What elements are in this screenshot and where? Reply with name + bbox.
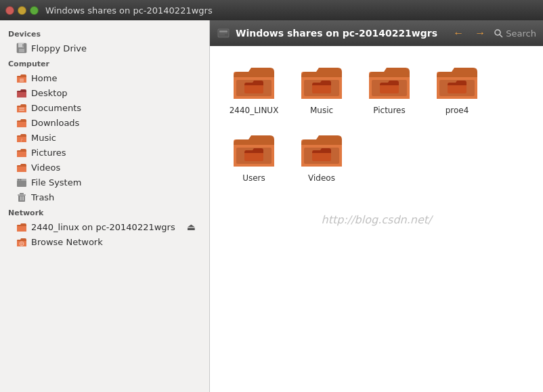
sidebar-item-filesystem-label: File System: [31, 177, 81, 188]
sidebar-item-music-label: Music: [31, 133, 56, 143]
sidebar-item-floppy-label: Floppy Drive: [31, 43, 87, 53]
svg-rect-12: [19, 110, 24, 111]
svg-text:♪: ♪: [20, 137, 23, 142]
svg-rect-19: [17, 152, 26, 157]
sidebar-item-downloads-label: Downloads: [31, 118, 79, 128]
svg-rect-42: [219, 35, 225, 35]
sidebar-item-desktop-label: Desktop: [31, 88, 68, 98]
folder-users-label: Users: [242, 173, 265, 183]
sidebar-item-documents[interactable]: Documents: [0, 100, 209, 115]
sidebar-item-music[interactable]: ♪ Music: [0, 130, 209, 145]
svg-rect-6: [20, 79, 24, 82]
folder-proe4[interactable]: proe4: [427, 60, 487, 121]
folder-pictures[interactable]: Pictures: [359, 60, 420, 121]
folder-proe4-icon: [437, 65, 477, 102]
svg-rect-21: [17, 167, 26, 172]
videos-folder-icon: [16, 162, 27, 173]
titlebar: Windows shares on pc-20140221wgrs: [0, 0, 543, 20]
svg-rect-40: [219, 30, 227, 32]
svg-rect-28: [20, 193, 24, 194]
svg-rect-14: [17, 122, 26, 127]
trash-icon: [16, 192, 27, 202]
svg-rect-2: [19, 49, 24, 52]
sidebar-item-videos-label: Videos: [31, 162, 60, 173]
floppy-icon: [16, 43, 27, 53]
svg-line-44: [500, 35, 502, 37]
maximize-button[interactable]: [30, 6, 39, 15]
svg-rect-33: [17, 226, 26, 232]
forward-button[interactable]: →: [472, 26, 488, 41]
sidebar-section-devices: Devices: [0, 26, 209, 41]
documents-folder-icon: [16, 102, 27, 113]
sidebar-item-trash-label: Trash: [31, 192, 54, 202]
sidebar-item-desktop[interactable]: Desktop: [0, 85, 209, 100]
svg-rect-11: [19, 108, 24, 109]
sidebar-item-filesystem[interactable]: File System: [0, 175, 209, 190]
close-button[interactable]: [5, 6, 14, 15]
music-folder-icon: ♪: [16, 132, 27, 143]
browse-network-icon: [16, 236, 27, 247]
minimize-button[interactable]: [18, 6, 26, 15]
folder-2440-linux-label: 2440_LINUX: [230, 106, 279, 115]
main-container: Devices Floppy Drive Computer Home: [0, 20, 543, 392]
folder-2440-linux[interactable]: 2440_LINUX: [223, 60, 284, 121]
svg-rect-27: [18, 194, 26, 196]
sidebar-item-network-share[interactable]: 2440_linux on pc-20140221wgrs ⏏: [0, 219, 209, 234]
toolbar-title: Windows shares on pc-20140221wgrs: [236, 28, 445, 39]
folder-videos[interactable]: Videos: [291, 127, 352, 188]
sidebar-item-trash[interactable]: Trash: [0, 190, 209, 204]
search-icon: [494, 28, 503, 38]
svg-rect-8: [17, 92, 26, 97]
sidebar-item-network-share-label: 2440_linux on pc-20140221wgrs: [31, 222, 175, 232]
svg-point-25: [20, 179, 22, 181]
svg-rect-29: [20, 196, 21, 200]
content-grid: http://blog.csdn.net/ 2440_LINUX: [210, 46, 543, 392]
eject-icon[interactable]: ⏏: [187, 221, 201, 232]
sidebar: Devices Floppy Drive Computer Home: [0, 20, 210, 392]
folder-music-icon: [301, 65, 342, 102]
back-button[interactable]: ←: [450, 26, 466, 41]
titlebar-buttons: [5, 6, 39, 15]
svg-point-24: [18, 179, 20, 181]
toolbar: Windows shares on pc-20140221wgrs ← → Se…: [210, 20, 543, 46]
toolbar-network-icon: [217, 26, 230, 40]
filesystem-icon: [16, 177, 27, 188]
svg-rect-3: [22, 44, 24, 47]
folder-videos-icon: [301, 133, 342, 169]
watermark: http://blog.csdn.net/: [322, 213, 432, 225]
sidebar-item-home-label: Home: [31, 73, 57, 83]
desktop-folder-icon: [16, 87, 27, 98]
svg-rect-41: [219, 33, 227, 34]
folder-2440-linux-icon: [234, 65, 274, 102]
sidebar-item-documents-label: Documents: [31, 103, 81, 113]
folder-videos-label: Videos: [308, 173, 335, 183]
sidebar-item-downloads[interactable]: Downloads: [0, 115, 209, 130]
sidebar-section-network: Network: [0, 204, 209, 219]
folder-proe4-label: proe4: [446, 106, 469, 115]
sidebar-item-home[interactable]: Home: [0, 70, 209, 85]
sidebar-item-floppy[interactable]: Floppy Drive: [0, 41, 209, 56]
folder-users-icon: [234, 133, 274, 169]
sidebar-item-browse-network[interactable]: Browse Network: [0, 234, 209, 249]
folder-pictures-icon: [369, 65, 410, 102]
svg-point-43: [495, 30, 500, 35]
sidebar-item-videos[interactable]: Videos: [0, 160, 209, 175]
sidebar-section-computer: Computer: [0, 56, 209, 70]
content-area: Windows shares on pc-20140221wgrs ← → Se…: [210, 20, 543, 392]
sidebar-item-pictures-label: Pictures: [31, 148, 66, 158]
search-area: Search: [494, 28, 536, 39]
home-folder-icon: [16, 72, 27, 83]
svg-rect-30: [22, 196, 22, 200]
pictures-folder-icon: [16, 147, 27, 158]
folder-music-label: Music: [310, 106, 333, 115]
downloads-folder-icon: [16, 117, 27, 128]
svg-rect-31: [23, 196, 24, 200]
network-share-icon: [16, 221, 27, 232]
folder-music[interactable]: Music: [291, 60, 352, 121]
titlebar-title: Windows shares on pc-20140221wgrs: [45, 5, 213, 16]
sidebar-item-browse-network-label: Browse Network: [31, 237, 103, 247]
search-label[interactable]: Search: [506, 28, 536, 39]
sidebar-item-pictures[interactable]: Pictures: [0, 145, 209, 160]
folder-users[interactable]: Users: [223, 127, 284, 188]
folder-pictures-label: Pictures: [373, 106, 406, 115]
